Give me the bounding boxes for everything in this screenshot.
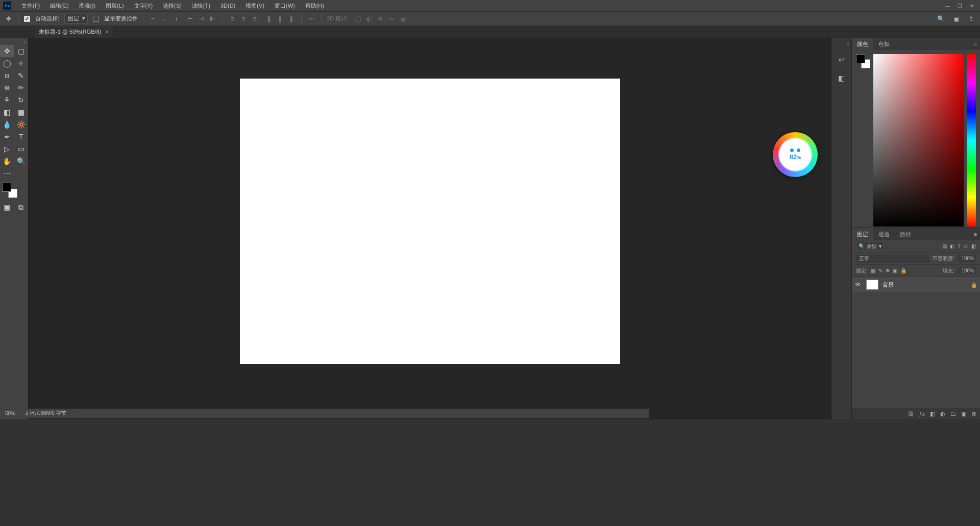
close-button[interactable]: ✕ xyxy=(966,0,978,11)
lock-pixels-icon[interactable]: ✎ xyxy=(878,268,883,273)
layer-lock-icon[interactable]: 🔒 xyxy=(971,282,977,288)
cp-foreground[interactable] xyxy=(856,54,865,63)
fx-icon[interactable]: ƒx xyxy=(919,411,925,417)
lock-artboard-icon[interactable]: ▣ xyxy=(893,268,897,273)
brush-tool[interactable]: ✏ xyxy=(14,82,29,94)
lasso-tool[interactable]: ◯ xyxy=(0,57,14,69)
menu-filter[interactable]: 滤镜(T) xyxy=(187,0,215,11)
search-icon[interactable]: 🔍 xyxy=(936,14,945,23)
distribute-left-icon[interactable]: ‖ xyxy=(264,14,274,23)
layer-row[interactable]: 👁 背景 🔒 xyxy=(852,277,980,292)
blur-tool[interactable]: 💧 xyxy=(0,118,14,131)
layer-thumbnail[interactable] xyxy=(866,280,878,290)
status-caret-icon[interactable]: › xyxy=(76,411,77,416)
tab-layers[interactable]: 图层 xyxy=(852,228,873,240)
menu-edit[interactable]: 编辑(E) xyxy=(45,0,74,11)
foreground-color[interactable] xyxy=(2,183,11,192)
filter-type-icon[interactable]: T xyxy=(958,243,961,249)
canvas-area[interactable]: 82% xyxy=(29,38,831,419)
color-panel-swatch[interactable] xyxy=(856,54,870,68)
healing-tool[interactable]: ⊛ xyxy=(0,82,14,94)
mask-icon[interactable]: ◧ xyxy=(930,411,935,417)
tab-color[interactable]: 颜色 xyxy=(852,38,873,50)
history-brush-tool[interactable]: ↻ xyxy=(14,94,29,106)
dock-collapse-icon[interactable]: « xyxy=(847,42,851,47)
distribute-hcenter-icon[interactable]: ‖ xyxy=(276,14,285,23)
history-panel-icon[interactable]: ↩ xyxy=(836,54,847,65)
layer-visibility-icon[interactable]: 👁 xyxy=(855,281,862,288)
share-icon[interactable]: ⇪ xyxy=(967,14,976,23)
layers-panel-menu-icon[interactable]: ≡ xyxy=(971,228,980,240)
menu-file[interactable]: 文件(F) xyxy=(16,0,45,11)
tab-swatches[interactable]: 色板 xyxy=(873,38,895,50)
magic-wand-tool[interactable]: ✧ xyxy=(14,57,29,69)
menu-layer[interactable]: 图层(L) xyxy=(101,0,129,11)
tab-close-icon[interactable]: × xyxy=(105,29,108,35)
menu-view[interactable]: 视图(V) xyxy=(240,0,270,11)
zoom-tool[interactable]: 🔍 xyxy=(14,155,29,167)
filter-adjust-icon[interactable]: ◐ xyxy=(950,243,954,249)
toolbox-collapse-icon[interactable]: « xyxy=(0,40,28,45)
marquee-tool[interactable]: ▢ xyxy=(14,45,29,57)
eraser-tool[interactable]: ◧ xyxy=(0,106,14,118)
assistant-widget[interactable]: 82% xyxy=(773,132,818,177)
link-layers-icon[interactable]: ⛓ xyxy=(908,411,914,417)
menu-image[interactable]: 图像(I) xyxy=(74,0,101,11)
doc-info[interactable]: 文档:7.66M/0 字节 xyxy=(24,410,66,417)
menu-help[interactable]: 帮助(H) xyxy=(300,0,329,11)
quickmask-tool[interactable]: ▣ xyxy=(0,201,14,213)
move-tool-icon[interactable]: ✥ xyxy=(4,14,13,23)
pen-tool[interactable]: ✒ xyxy=(0,131,14,143)
auto-select-checkbox[interactable]: ✓ xyxy=(24,16,30,22)
filter-pixel-icon[interactable]: ▤ xyxy=(942,243,947,249)
menu-3d[interactable]: 3D(D) xyxy=(215,0,240,11)
minimize-button[interactable]: — xyxy=(941,0,953,11)
align-vcenter-icon[interactable]: ⫠ xyxy=(160,14,169,23)
fill-input[interactable]: 100% xyxy=(958,267,976,274)
distribute-top-icon[interactable]: ≡ xyxy=(228,14,237,23)
align-left-icon[interactable]: ⊢ xyxy=(185,14,194,23)
show-transform-checkbox[interactable] xyxy=(93,16,99,22)
align-bottom-icon[interactable]: ⫞ xyxy=(171,14,180,23)
align-hcenter-icon[interactable]: ⊣ xyxy=(197,14,206,23)
stamp-tool[interactable]: ⚘ xyxy=(0,94,14,106)
delete-layer-icon[interactable]: 🗑 xyxy=(971,411,977,417)
distribute-bottom-icon[interactable]: ≡ xyxy=(250,14,259,23)
overflow-icon[interactable]: ⋯ xyxy=(307,14,316,23)
align-top-icon[interactable]: ⫟ xyxy=(149,14,158,23)
crop-tool[interactable]: ⧈ xyxy=(0,69,14,82)
lock-transparent-icon[interactable]: ▦ xyxy=(871,268,875,273)
new-layer-icon[interactable]: ▣ xyxy=(961,411,966,417)
opacity-input[interactable]: 100% xyxy=(958,255,976,262)
edit-toolbar[interactable]: ⋯ xyxy=(0,167,14,180)
hand-tool[interactable]: ✋ xyxy=(0,155,14,167)
document-tab[interactable]: 未标题-1 @ 50%(RGB/8) × xyxy=(35,26,113,38)
move-tool[interactable]: ✥ xyxy=(0,45,14,57)
lock-position-icon[interactable]: ✥ xyxy=(886,268,890,273)
color-swatch[interactable] xyxy=(2,183,17,198)
tab-paths[interactable]: 路径 xyxy=(895,228,916,240)
tab-channels[interactable]: 通道 xyxy=(873,228,895,240)
color-field[interactable] xyxy=(873,54,964,227)
group-icon[interactable]: 🗀 xyxy=(950,411,956,417)
lock-all-icon[interactable]: 🔒 xyxy=(900,268,906,273)
align-right-icon[interactable]: ⊩ xyxy=(208,14,217,23)
color-panel-menu-icon[interactable]: ≡ xyxy=(971,38,980,50)
maximize-button[interactable]: ❐ xyxy=(953,0,966,11)
type-tool[interactable]: T xyxy=(14,131,29,143)
blend-mode-select[interactable]: 正常 xyxy=(856,255,929,263)
eyedropper-tool[interactable]: ✎ xyxy=(14,69,29,82)
distribute-vcenter-icon[interactable]: ≡ xyxy=(239,14,248,23)
shape-tool[interactable]: ▭ xyxy=(14,143,29,155)
menu-select[interactable]: 选择(S) xyxy=(158,0,187,11)
properties-panel-icon[interactable]: ◧ xyxy=(836,72,847,84)
layer-name[interactable]: 背景 xyxy=(883,281,967,289)
gradient-tool[interactable]: ▦ xyxy=(14,106,29,118)
path-select-tool[interactable]: ▷ xyxy=(0,143,14,155)
menu-type[interactable]: 文字(Y) xyxy=(129,0,158,11)
hue-slider[interactable] xyxy=(967,54,976,227)
dodge-tool[interactable]: 🔆 xyxy=(14,118,29,131)
auto-select-dropdown[interactable]: 图层 xyxy=(64,14,88,23)
menu-window[interactable]: 窗口(W) xyxy=(270,0,300,11)
adjustment-icon[interactable]: ◐ xyxy=(940,411,945,417)
